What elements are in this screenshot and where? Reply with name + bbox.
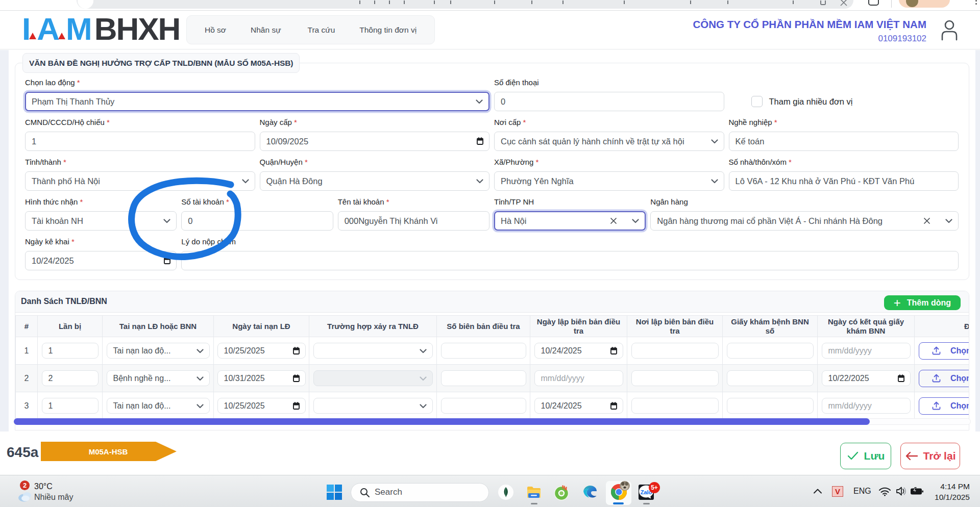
svg-text:M05A-HSB: M05A-HSB xyxy=(89,447,128,456)
